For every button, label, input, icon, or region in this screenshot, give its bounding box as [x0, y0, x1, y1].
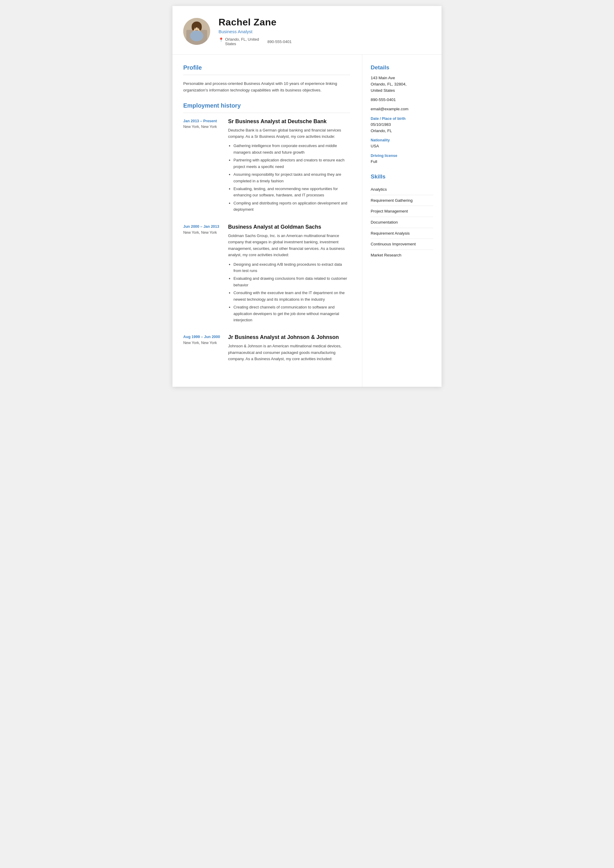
- sidebar-nationality: USA: [371, 143, 433, 149]
- entry-date: Jun 2000 – Jan 2013: [183, 224, 222, 229]
- location-line2: States: [225, 42, 236, 46]
- sidebar-driving: Full: [371, 159, 433, 165]
- employment-section: Employment history Jan 2013 – PresentNew…: [183, 102, 350, 365]
- entry-content: Business Analyst at Goldman SachsGoldman…: [228, 224, 350, 325]
- employment-heading: Employment history: [183, 102, 350, 109]
- bullet-item: Partnering with application directors an…: [233, 157, 350, 170]
- sidebar-email: email@example.com: [371, 106, 433, 112]
- candidate-title: Business Analyst: [219, 29, 427, 34]
- skill-item: Documentation: [371, 217, 433, 228]
- entry-location: New York, New York: [183, 231, 222, 235]
- profile-text: Personable and process-oriented Business…: [183, 81, 350, 94]
- header-info: Rachel Zane Business Analyst 📍 Orlando, …: [219, 17, 427, 46]
- sidebar-place-of-birth: Orlando, FL: [371, 128, 433, 134]
- details-heading: Details: [371, 64, 433, 71]
- svg-point-6: [199, 23, 202, 31]
- location-icon: 📍: [219, 37, 223, 42]
- skill-item: Analytics: [371, 184, 433, 195]
- body-content: Profile Personable and process-oriented …: [172, 55, 442, 387]
- sidebar-dob: 05/10/1983: [371, 122, 433, 128]
- skill-item: Requirement Analysis: [371, 228, 433, 239]
- header-contact: 📍 Orlando, FL, United States 890-555-040…: [219, 37, 427, 46]
- bullet-item: Evaluating and drawing conclusions from …: [233, 275, 350, 288]
- header-section: Rachel Zane Business Analyst 📍 Orlando, …: [172, 6, 442, 55]
- sidebar-nationality-label: Nationality: [371, 138, 433, 142]
- entry-location: New York, New York: [183, 125, 222, 129]
- entry-date-col: Aug 1999 – Jun 2000New York, New York: [183, 334, 222, 365]
- entry-date: Jan 2013 – Present: [183, 118, 222, 124]
- entry-job-title: Sr Business Analyst at Deutsche Bank: [228, 118, 350, 125]
- profile-heading: Profile: [183, 64, 350, 71]
- skills-section: Skills AnalyticsRequirement GatheringPro…: [371, 174, 433, 260]
- entry-bullets: Gathering intelligence from corporate ex…: [228, 143, 350, 212]
- entry-job-title: Business Analyst at Goldman Sachs: [228, 224, 350, 230]
- candidate-location: 📍 Orlando, FL, United States: [219, 37, 259, 46]
- sidebar-driving-label: Driving license: [371, 153, 433, 158]
- entry-bullets: Designing and executing A/B testing proc…: [228, 261, 350, 323]
- entry-description: Goldman Sachs Group, Inc. is an American…: [228, 232, 350, 258]
- svg-point-5: [192, 23, 195, 31]
- entry-job-title: Jr Business Analyst at Johnson & Johnson: [228, 334, 350, 341]
- entry-content: Sr Business Analyst at Deutsche BankDeut…: [228, 118, 350, 214]
- entry-date: Aug 1999 – Jun 2000: [183, 334, 222, 340]
- bullet-item: Designing and executing A/B testing proc…: [233, 261, 350, 274]
- skills-list: AnalyticsRequirement GatheringProject Ma…: [371, 184, 433, 260]
- bullet-item: Compiling and distributing reports on ap…: [233, 200, 350, 213]
- entry-description: Johnson & Johnson is an American multina…: [228, 343, 350, 362]
- bullet-item: Evaluating, testing, and recommending ne…: [233, 186, 350, 198]
- skill-item: Requirement Gathering: [371, 195, 433, 206]
- employment-entries: Jan 2013 – PresentNew York, New YorkSr B…: [183, 118, 350, 365]
- skill-item: Continuous Improvement: [371, 239, 433, 250]
- entry-description: Deutsche Bank is a German global banking…: [228, 127, 350, 140]
- location-line1: Orlando, FL, United: [225, 37, 259, 42]
- employment-entry: Jan 2013 – PresentNew York, New YorkSr B…: [183, 118, 350, 214]
- skill-item: Project Management: [371, 206, 433, 217]
- employment-entry: Aug 1999 – Jun 2000New York, New YorkJr …: [183, 334, 350, 365]
- skills-heading: Skills: [371, 174, 433, 180]
- header-phone: 890-555-0401: [267, 39, 291, 44]
- bullet-item: Assuming responsibility for project task…: [233, 171, 350, 184]
- svg-point-9: [198, 27, 199, 29]
- profile-section: Profile Personable and process-oriented …: [183, 64, 350, 94]
- sidebar-phone: 890-555-0401: [371, 97, 433, 103]
- employment-entry: Jun 2000 – Jan 2013New York, New YorkBus…: [183, 224, 350, 325]
- bullet-item: Consulting with the executive team and t…: [233, 290, 350, 302]
- bullet-item: Gathering intelligence from corporate ex…: [233, 143, 350, 155]
- employment-divider: [183, 113, 350, 113]
- sidebar-dob-label: Date / Place of birth: [371, 116, 433, 121]
- candidate-name: Rachel Zane: [219, 17, 427, 28]
- details-section: Details 143 Main Ave Orlando, FL, 32804,…: [371, 64, 433, 165]
- entry-location: New York, New York: [183, 341, 222, 345]
- main-column: Profile Personable and process-oriented …: [172, 55, 362, 387]
- svg-point-7: [190, 31, 203, 41]
- skill-item: Market Research: [371, 250, 433, 260]
- avatar: [183, 18, 210, 45]
- sidebar-column: Details 143 Main Ave Orlando, FL, 32804,…: [362, 55, 442, 387]
- entry-date-col: Jun 2000 – Jan 2013New York, New York: [183, 224, 222, 325]
- sidebar-city: Orlando, FL, 32804, United States: [371, 81, 433, 94]
- entry-date-col: Jan 2013 – PresentNew York, New York: [183, 118, 222, 214]
- sidebar-address: 143 Main Ave: [371, 75, 433, 81]
- svg-point-8: [195, 27, 196, 29]
- entry-content: Jr Business Analyst at Johnson & Johnson…: [228, 334, 350, 365]
- resume-document: Rachel Zane Business Analyst 📍 Orlando, …: [172, 6, 442, 387]
- bullet-item: Creating direct channels of communicatio…: [233, 304, 350, 323]
